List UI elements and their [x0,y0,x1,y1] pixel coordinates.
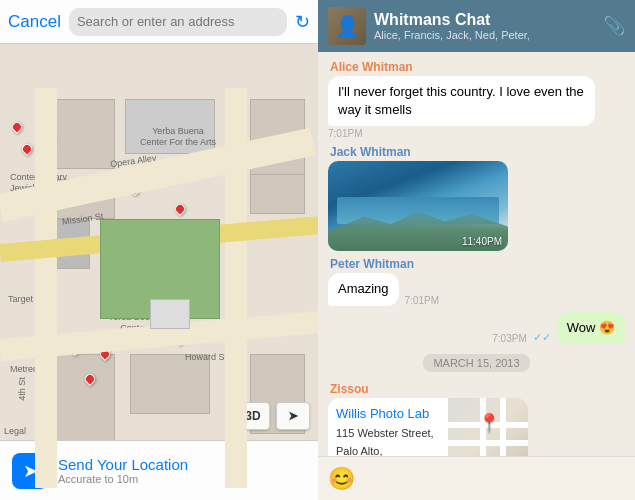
message-zissou-location: Zissou Willis Photo Lab 115 Webster Stre… [328,382,528,456]
map-pin-2[interactable] [22,144,34,160]
msg-sender-alice: Alice Whitman [328,60,413,74]
map-pin-5[interactable] [175,204,187,220]
message-me: 7:03PM ✓✓ Wow 😍 [492,312,625,344]
thumbnail-pin: 📍 [478,412,500,434]
chat-title: Whitmans Chat [374,11,595,29]
avatar-image: 👤 [328,7,366,45]
messages-area: Alice Whitman I'll never forget this cou… [318,52,635,456]
chat-panel: 👤 Whitmans Chat Alice, Francis, Jack, Ne… [318,0,635,500]
msg-time-alice: 7:01PM [328,128,362,139]
msg-time-peter: 7:01PM [405,295,439,306]
refresh-icon[interactable]: ↻ [295,11,310,33]
location-link[interactable]: Willis Photo Lab [336,406,440,421]
msg-check-me: ✓✓ [533,331,551,344]
legal-text: Legal [4,426,26,436]
msg-bubble-alice: I'll never forget this country. I love e… [328,76,595,126]
howard-st-label: Howard St [185,352,227,362]
cancel-button[interactable]: Cancel [8,12,61,32]
send-location-subtitle: Accurate to 10m [58,473,188,485]
chat-header: 👤 Whitmans Chat Alice, Francis, Jack, Ne… [318,0,635,52]
msg-image-jack: 11:40PM [328,161,508,251]
msg-sender-zissou: Zissou [328,382,369,396]
msg-sender-peter: Peter Whitman [328,257,414,271]
search-input[interactable] [77,14,279,29]
map-pin-1[interactable] [12,122,24,138]
chat-info: Whitmans Chat Alice, Francis, Jack, Ned,… [374,11,595,41]
4th-st-label: 4th St [17,377,27,401]
map-background: Mission St 4th St 3rd St Howard St Opera… [0,44,318,500]
yerba-buena-arts-label: Yerba BuenaCenter For the Arts [140,126,216,148]
msg-time-me: 7:03PM [492,333,526,344]
target-label: Target [8,294,33,304]
msg-time-jack: 11:40PM [462,236,502,247]
location-map-thumbnail: 📍 [448,398,528,456]
location-address: 115 Webster Street, Palo Alto, [336,427,434,456]
search-bar[interactable] [69,8,287,36]
map-controls: 3D ➤ [236,402,310,430]
message-alice: Alice Whitman I'll never forget this cou… [328,60,595,139]
chat-input-bar: 😊 [318,456,635,500]
compass-button[interactable]: ➤ [276,402,310,430]
attachment-icon[interactable]: 📎 [603,15,625,37]
map-header: Cancel ↻ [0,0,318,44]
date-separator: MARCH 15, 2013 [423,354,529,372]
avatar: 👤 [328,7,366,45]
chat-members: Alice, Francis, Jack, Ned, Peter, [374,29,595,41]
msg-bubble-me: Wow 😍 [557,312,625,344]
message-jack: Jack Whitman 11:40PM [328,145,508,251]
location-text: Send Your Location Accurate to 10m [58,456,188,485]
map-panel: Cancel ↻ Mission St 4t [0,0,318,500]
map-pin-10[interactable] [85,374,97,390]
message-peter: Peter Whitman Amazing 7:01PM [328,257,439,305]
msg-sender-jack: Jack Whitman [328,145,411,159]
msg-bubble-peter: Amazing [328,273,399,305]
emoji-button[interactable]: 😊 [328,466,355,492]
location-bubble[interactable]: Willis Photo Lab 115 Webster Street, Pal… [328,398,528,456]
send-location-title: Send Your Location [58,456,188,473]
